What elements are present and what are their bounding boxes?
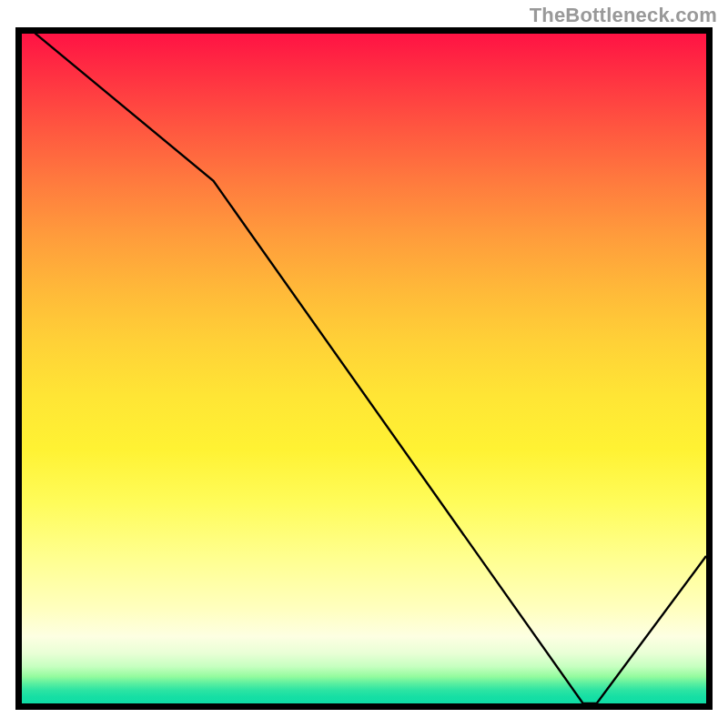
data-line-svg — [22, 34, 706, 703]
watermark-text: TheBottleneck.com — [530, 4, 717, 27]
chart-stage: TheBottleneck.com — [0, 0, 728, 728]
plot-frame — [15, 27, 713, 710]
data-line — [22, 34, 706, 703]
plot-inner — [22, 34, 706, 703]
